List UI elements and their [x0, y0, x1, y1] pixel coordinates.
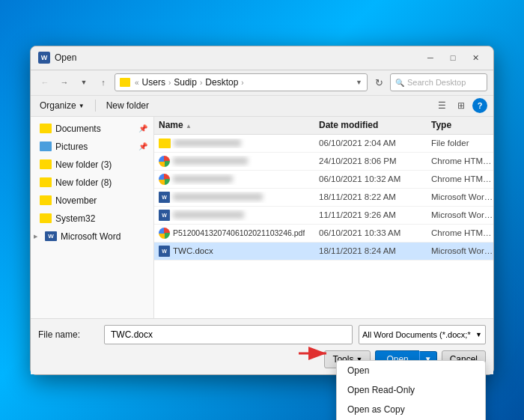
- nav-item-newfolder3[interactable]: New folder (3): [31, 156, 153, 174]
- nav-item-word[interactable]: W Microsoft Word: [31, 228, 153, 246]
- nav-item-newfolder8[interactable]: New folder (8): [31, 174, 153, 192]
- file-name-text: [174, 139, 241, 147]
- word-file-icon: W: [159, 246, 170, 257]
- word-file-icon: W: [159, 192, 170, 203]
- file-type-cell: Microsoft Word D...: [431, 192, 493, 201]
- left-panel: Documents 📌 Pictures 📌 New folder (3) Ne…: [31, 117, 154, 318]
- search-box[interactable]: 🔍 Search Desktop: [390, 73, 487, 91]
- col-header-date[interactable]: Date modified: [319, 120, 431, 130]
- nav-system32-label: System32: [55, 213, 95, 224]
- refresh-button[interactable]: ↻: [371, 74, 387, 91]
- file-list-header: Name ▲ Date modified Type: [154, 117, 493, 135]
- back-button[interactable]: ←: [37, 74, 53, 91]
- word-nav-icon: W: [45, 231, 57, 242]
- up-button[interactable]: ↑: [95, 74, 112, 91]
- nav-word-label: Microsoft Word: [61, 231, 121, 242]
- file-date-cell: 18/11/2021 8:24 AM: [319, 246, 431, 255]
- nav-item-november[interactable]: November: [31, 192, 153, 210]
- file-name-text: [173, 193, 263, 201]
- nav-pictures-label: Pictures: [55, 141, 88, 152]
- file-row[interactable]: 06/10/2021 10:32 AM Chrome HTML Do...: [154, 171, 493, 189]
- dropdown-item-open[interactable]: Open: [337, 361, 485, 380]
- toolbar: Organize ▼ New folder ☰ ⊞ ?: [31, 96, 493, 117]
- new-folder-label: New folder: [106, 100, 149, 111]
- file-row[interactable]: W 11/11/2021 9:26 AM Microsoft Word D...: [154, 207, 493, 225]
- newfolder8-icon: [40, 177, 52, 188]
- forward-button[interactable]: →: [56, 74, 73, 91]
- title-bar: W Open ─ □ ✕: [31, 46, 493, 70]
- arrow-annotation: [295, 342, 332, 367]
- nav-november-label: November: [55, 195, 97, 206]
- path-sudip: Sudip: [174, 77, 197, 88]
- dropdown-item-copy[interactable]: Open as Copy: [337, 400, 485, 419]
- file-date-cell: 06/10/2021 10:32 AM: [319, 174, 431, 183]
- toolbar-separator: [95, 100, 96, 112]
- recent-button[interactable]: ▼: [76, 74, 92, 91]
- organize-button[interactable]: Organize ▼: [37, 99, 88, 112]
- dropdown-item-readonly[interactable]: Open Read-Only: [337, 380, 485, 400]
- close-button[interactable]: ✕: [465, 50, 486, 65]
- nav-newfolder8-label: New folder (8): [55, 177, 112, 188]
- maximize-button[interactable]: □: [442, 50, 463, 65]
- col-header-name[interactable]: Name ▲: [154, 120, 319, 130]
- nav-documents-label: Documents: [55, 124, 101, 134]
- filetype-arrow: ▼: [475, 331, 482, 338]
- file-row[interactable]: P51200413207406102021103246.pdf 06/10/20…: [154, 225, 493, 243]
- new-folder-button[interactable]: New folder: [103, 99, 152, 112]
- file-type-cell: Chrome HTML Do...: [431, 228, 493, 237]
- path-sep-2: ›: [168, 79, 171, 87]
- path-sep-4: ›: [241, 79, 243, 87]
- dialog-title: Open: [55, 52, 420, 63]
- file-type-cell: Chrome HTML Do...: [431, 156, 493, 165]
- nav-item-pictures[interactable]: Pictures 📌: [31, 138, 153, 156]
- file-type-cell: Microsoft Word D...: [431, 210, 493, 219]
- file-name-text: [173, 175, 233, 183]
- file-row[interactable]: W 18/11/2021 8:22 AM Microsoft Word D...: [154, 189, 493, 207]
- help-button[interactable]: ?: [472, 98, 487, 113]
- pin-icon-documents: 📌: [138, 124, 147, 133]
- file-date-cell: 06/10/2021 10:33 AM: [319, 228, 431, 237]
- file-row[interactable]: 06/10/2021 2:04 AM File folder: [154, 135, 493, 153]
- file-type-cell: Microsoft Word D...: [431, 246, 493, 255]
- open-dialog: W Open ─ □ ✕ ← → ▼ ↑ « Users › Sudip › D…: [30, 46, 494, 375]
- november-icon: [40, 195, 52, 206]
- details-view-button[interactable]: ⊞: [453, 97, 469, 114]
- path-dropdown-arrow: ▼: [356, 79, 362, 86]
- chrome-file-icon: [159, 228, 170, 239]
- file-row-selected[interactable]: W TWC.docx 18/11/2021 8:24 AM Microsoft …: [154, 243, 493, 261]
- filetype-label: All Word Documents (*.docx;*.: [362, 330, 471, 339]
- toolbar-right: ☰ ⊞ ?: [433, 97, 487, 114]
- title-controls: ─ □ ✕: [420, 50, 486, 65]
- chrome-file-icon: [159, 156, 170, 167]
- file-row[interactable]: 24/10/2021 8:06 PM Chrome HTML Do...: [154, 153, 493, 171]
- address-bar: ← → ▼ ↑ « Users › Sudip › Desktop › ▼ ↻ …: [31, 70, 493, 96]
- file-date-cell: 11/11/2021 9:26 AM: [319, 210, 431, 219]
- file-name-cell: P51200413207406102021103246.pdf: [154, 228, 319, 239]
- file-date-cell: 24/10/2021 8:06 PM: [319, 156, 431, 165]
- file-name-cell: [154, 156, 319, 167]
- path-sep-3: ›: [200, 79, 202, 87]
- file-type-cell: Chrome HTML Do...: [431, 174, 493, 183]
- col-header-type[interactable]: Type: [431, 120, 493, 130]
- search-placeholder: Search Desktop: [407, 78, 466, 87]
- system32-icon: [40, 213, 52, 224]
- nav-item-system32[interactable]: System32: [31, 210, 153, 228]
- organize-arrow: ▼: [79, 103, 85, 109]
- organize-label: Organize: [40, 100, 76, 111]
- search-icon: 🔍: [395, 79, 404, 87]
- file-panel: Name ▲ Date modified Type 06/10/2021 2:0…: [154, 117, 493, 318]
- file-name-cell: [154, 139, 319, 148]
- minimize-button[interactable]: ─: [420, 50, 441, 65]
- filename-label: File name:: [38, 329, 98, 340]
- list-view-button[interactable]: ☰: [433, 97, 450, 114]
- address-path[interactable]: « Users › Sudip › Desktop › ▼: [115, 73, 368, 91]
- file-date-cell: 06/10/2021 2:04 AM: [319, 139, 431, 147]
- pin-icon-pictures: 📌: [138, 142, 147, 150]
- filetype-select[interactable]: All Word Documents (*.docx;*. ▼: [359, 325, 486, 344]
- file-name-text: TWC.docx: [173, 246, 213, 255]
- chrome-file-icon: [159, 174, 170, 185]
- path-desktop: Desktop: [205, 77, 238, 88]
- nav-item-documents[interactable]: Documents 📌: [31, 120, 153, 138]
- path-folder-icon: [120, 78, 130, 87]
- sort-arrow-name: ▲: [186, 123, 192, 130]
